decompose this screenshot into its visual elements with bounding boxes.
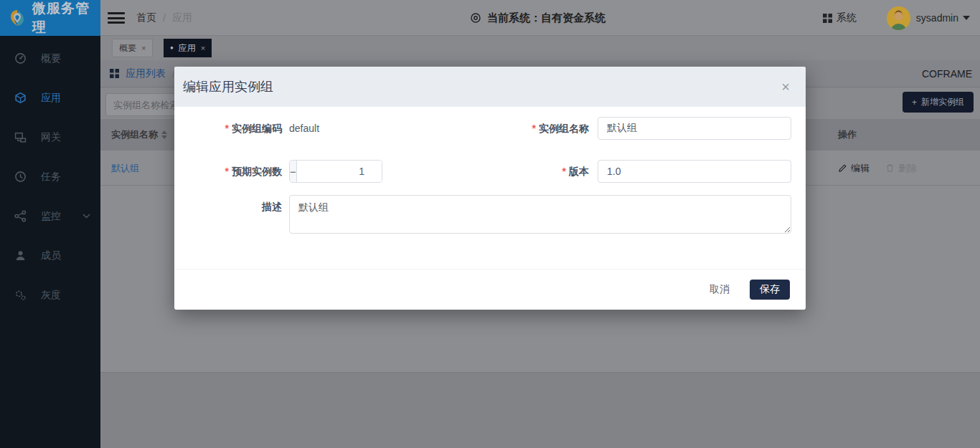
decrease-button[interactable]: − xyxy=(290,161,297,182)
quantity-stepper: − + xyxy=(289,160,382,183)
close-icon[interactable]: × xyxy=(781,77,790,97)
name-label: *实例组名称 xyxy=(453,117,589,140)
description-label: 描述 xyxy=(174,195,282,218)
dialog-header: 编辑应用实例组 × xyxy=(174,67,806,107)
required-mark: * xyxy=(562,166,566,177)
cancel-button[interactable]: 取消 xyxy=(702,279,737,300)
dialog-title: 编辑应用实例组 xyxy=(183,78,273,95)
required-mark: * xyxy=(225,123,229,134)
required-mark: * xyxy=(532,123,536,134)
required-mark: * xyxy=(225,166,229,177)
version-field[interactable] xyxy=(598,160,791,183)
code-value: default xyxy=(289,117,319,140)
expected-instances-field[interactable] xyxy=(297,161,382,182)
edit-instance-group-dialog: 编辑应用实例组 × *实例组编码 default *实例组名称 *预期实例数 −… xyxy=(174,67,806,310)
description-field[interactable]: 默认组 xyxy=(289,195,791,234)
expected-instances-label: *预期实例数 xyxy=(174,160,282,183)
version-label: *版本 xyxy=(453,160,589,183)
dialog-footer: 取消 保存 xyxy=(174,269,806,310)
code-label: *实例组编码 xyxy=(174,117,282,140)
save-button[interactable]: 保存 xyxy=(750,280,790,300)
name-field[interactable] xyxy=(598,117,791,140)
